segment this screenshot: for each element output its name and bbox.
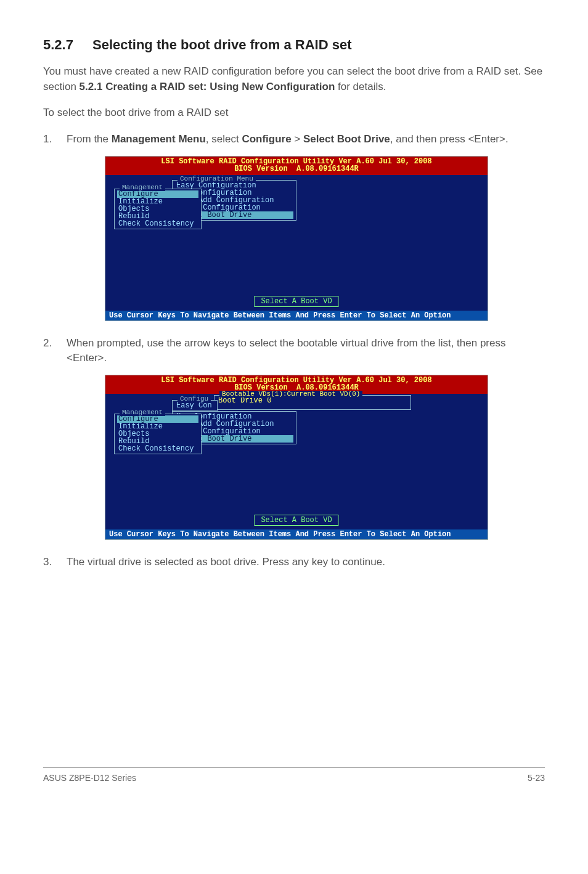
step-1-selectboot: Select Boot Drive [303,133,390,145]
configu-fragment-box: Configu Easy Con [172,400,218,411]
intro-p1-b: for details. [335,81,386,92]
mgmt-item-check[interactable]: Check Consistency [117,445,198,452]
mgmt-item-initialize[interactable]: Initialize [117,198,198,205]
step-3-number: 3. [43,555,67,570]
page-footer-left: ASUS Z8PE-D12 Series [43,773,136,783]
mgmt-item-rebuild[interactable]: Rebuild [117,213,198,220]
configu-fragment-item: Easy Con [175,402,214,409]
mgmt-item-configure[interactable]: Configure [117,190,198,198]
management-menu-box: Management Configure Initialize Objects … [114,414,202,454]
bios-screenshot-1: LSI Software RAID Configuration Utility … [105,156,488,321]
bootable-vd-box: Bootable VDs(1):Current Boot VD(0) Boot … [214,395,411,410]
bios-workspace: Configuration Menu Easy Configuration Ne… [105,175,488,311]
bios-screenshot-2: LSI Software RAID Configuration Utility … [105,375,488,540]
bootable-vd-caption: Bootable VDs(1):Current Boot VD(0) [219,391,362,398]
bios-footer-help: Use Cursor Keys To Navigate Between Item… [105,311,488,321]
bios-titlebar: LSI Software RAID Configuration Utility … [105,157,488,175]
configuration-menu-caption: Configuration Menu [178,176,256,182]
step-2-text: When prompted, use the arrow keys to sel… [67,336,545,366]
mgmt-item-objects[interactable]: Objects [117,205,198,213]
management-menu-box: Management Configure Initialize Objects … [114,189,202,229]
bios-title-line2: BIOS Version A.08.09161344R [234,165,359,173]
page-footer-right: 5-23 [528,773,545,783]
step-1-sep: > [292,133,303,145]
step-2: 2. When prompted, use the arrow keys to … [43,336,545,366]
section-number: 5.2.7 [43,37,92,53]
page-footer: ASUS Z8PE-D12 Series 5-23 [43,767,545,783]
management-menu-caption: Management [120,184,165,191]
boot-drive-item[interactable]: Boot Drive 0 [217,397,408,404]
step-3: 3. The virtual drive is selected as boot… [43,555,545,570]
step-2-number: 2. [43,336,67,366]
step-1-configure: Configure [242,133,291,145]
step-1-frag2: , select [206,133,242,145]
step-1-number: 1. [43,132,67,147]
step-1-frag: From the [67,133,112,145]
select-a-boot-vd-box: Select A Boot VD [254,515,338,526]
step-1-menu: Management Menu [112,133,206,145]
management-menu-caption: Management [120,409,165,416]
step-1-end: , and then press <Enter>. [390,133,508,145]
section-title: Selecting the boot drive from a RAID set [92,37,352,52]
intro-paragraph-2: To select the boot drive from a RAID set [43,105,545,121]
select-a-boot-vd-box: Select A Boot VD [254,296,338,307]
mgmt-item-check[interactable]: Check Consistency [117,220,198,227]
step-3-text: The virtual drive is selected as boot dr… [67,555,545,570]
step-1: 1. From the Management Menu, select Conf… [43,132,545,147]
bios-footer-help: Use Cursor Keys To Navigate Between Item… [105,529,488,539]
section-heading: 5.2.7Selecting the boot drive from a RAI… [43,37,545,53]
intro-p1-ref: 5.2.1 Creating a RAID set: Using New Con… [80,81,335,92]
bios-workspace: Bootable VDs(1):Current Boot VD(0) Boot … [105,394,488,529]
configu-fragment-caption: Configu [178,396,211,402]
step-1-text: From the Management Menu, select Configu… [67,132,545,147]
intro-paragraph-1: You must have created a new RAID configu… [43,64,545,94]
